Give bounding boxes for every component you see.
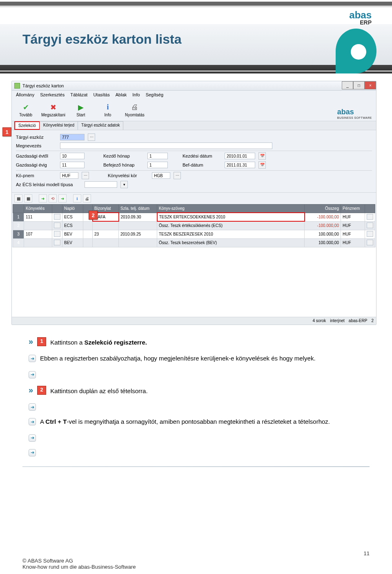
grid-body: 1111ECSÖAFA2010.09.30TESZK ERTEKCSOEKKEN… (13, 213, 375, 247)
arrow-bullet-icon: ➜ (29, 449, 36, 456)
input-gazd-evtol[interactable]: 10 (60, 153, 85, 159)
print-icon[interactable]: 🖨 (83, 194, 91, 202)
lookup-icon[interactable] (54, 222, 60, 228)
grid-tool-icon[interactable]: ▦ (14, 194, 22, 202)
grid-tool-icon[interactable]: ➜ (39, 194, 47, 202)
input-bef-honap[interactable]: 1 (147, 162, 168, 168)
input-ecs-modell[interactable] (85, 181, 117, 188)
main-toolbar: ✔ Tovább ✖ Megszakítani ▶ Start i Info 🖨… (12, 99, 376, 121)
cell: ECS (62, 221, 83, 230)
close-button[interactable]: × (365, 81, 376, 89)
cell: 100.000,00 (305, 230, 341, 238)
window-controls: _ □ × (342, 81, 376, 89)
col-lookup[interactable] (52, 205, 62, 213)
minimize-button[interactable]: _ (342, 81, 353, 89)
lookup-icon[interactable] (367, 214, 373, 220)
col-rownum[interactable] (13, 205, 24, 213)
chevron-icon: » (29, 337, 33, 345)
empty-bullet: ➜ (29, 369, 363, 378)
status-app: abas-ERP (349, 318, 368, 323)
menu-segitseg[interactable]: Segítség (146, 92, 163, 97)
lookup-icon[interactable] (54, 240, 60, 245)
input-kezdo-honap[interactable]: 1 (147, 153, 168, 159)
grid-tool-icon[interactable]: ▦ (24, 194, 32, 202)
toolbar-start[interactable]: ▶ Start (69, 103, 92, 117)
print-icon: 🖨 (130, 103, 139, 112)
col-konyveles[interactable]: Könyvelés (24, 205, 52, 213)
menu-utasitas[interactable]: Utasítás (93, 92, 109, 97)
lookup-icon[interactable] (367, 231, 373, 237)
menu-tablazat[interactable]: Táblázat (70, 92, 87, 97)
banner-white-gap: abas ERP (0, 7, 392, 24)
col-lookup[interactable] (365, 205, 375, 213)
window-titlebar[interactable]: Tárgyi eszköz karton _ □ × (12, 81, 376, 91)
lookup-icon[interactable] (367, 222, 373, 228)
col-datum[interactable]: Szla. telj. dátum (119, 205, 157, 213)
label-kezd-datum: Kezdési dátum (183, 154, 221, 158)
col-naplo[interactable]: Napló (62, 205, 83, 213)
lookup-icon[interactable]: ⋯ (88, 133, 95, 141)
table-row[interactable]: 4BEVÖssz. Teszk beszerzések (BEV)100.000… (13, 238, 375, 247)
input-megnevezes[interactable] (60, 142, 272, 149)
cell (365, 213, 375, 221)
cell: BEV (62, 230, 83, 238)
cell: BEV (62, 238, 83, 247)
grid-tool-icon[interactable]: ➜ (58, 194, 67, 202)
grid-tool-icon[interactable]: ⟲ (49, 194, 57, 202)
banner-bot-bar (0, 65, 392, 71)
label-gazd-evtol: Gazdasági évtől (16, 154, 57, 158)
table-row[interactable]: 1111ECSÖAFA2010.09.30TESZK ERTEKCSOEKKEN… (13, 213, 375, 221)
col-penz[interactable]: Pénznem (341, 205, 365, 213)
col-szoveg[interactable]: Könyv-szöveg (157, 205, 305, 213)
lookup-icon[interactable]: ⋯ (82, 172, 89, 179)
grid-empty-area (12, 247, 376, 317)
lookup-icon[interactable] (54, 231, 60, 237)
toolbar-info[interactable]: i Info (96, 103, 119, 117)
cell (365, 230, 375, 238)
tab-targyi-eszkoz-adatok[interactable]: Tárgyi eszköz adatok (78, 121, 124, 130)
menu-allomany[interactable]: Állomány (16, 92, 34, 97)
text: Kattintson a (50, 339, 84, 346)
input-gazd-evig[interactable]: 11 (60, 162, 85, 168)
toolbar-megszakitani[interactable]: ✖ Megszakítani (41, 103, 65, 117)
arrow-bullet-icon: ➜ (29, 355, 36, 362)
input-konyv-kor[interactable]: HGB (152, 172, 170, 179)
menu-szerkesztes[interactable]: Szerkesztés (40, 92, 65, 97)
dropdown-icon[interactable]: ▾ (120, 181, 128, 188)
info-icon[interactable]: i (73, 194, 81, 202)
lookup-icon[interactable] (367, 240, 373, 245)
toolbar-tovabb[interactable]: ✔ Tovább (14, 103, 37, 117)
input-targyi-eszkoz[interactable]: 777 (60, 134, 85, 140)
lookup-icon[interactable]: ⋯ (174, 172, 181, 179)
label-kezdo-honap: Kezdő hónap (103, 154, 144, 158)
input-kezd-datum[interactable]: 2010.01.01 (225, 153, 255, 159)
cell (24, 221, 52, 230)
callout-badge-2: 2 (37, 386, 46, 395)
logo-text: abas (349, 9, 372, 20)
label-megnevezes: Megnevezés (16, 143, 57, 148)
calendar-icon[interactable]: 📅 (258, 161, 266, 169)
callout-2: 2 (89, 211, 98, 220)
tab-konyvelesi-terjed[interactable]: Könyvelési terjed (40, 121, 78, 130)
footer-tag: Know-how rund um die abas-Business-Softw… (22, 564, 370, 570)
lookup-icon[interactable] (54, 214, 60, 220)
maximize-button[interactable]: □ (353, 81, 365, 89)
input-kopnem[interactable]: HUF (60, 172, 78, 179)
calendar-icon[interactable]: 📅 (258, 152, 266, 160)
menu-info[interactable]: Info (132, 92, 140, 97)
tab-szelekcio[interactable]: Szelekció (14, 121, 40, 130)
cell: HUF (341, 213, 365, 221)
tab-label: Tárgyi eszköz adatok (81, 123, 120, 127)
data-grid: Könyvelés Napló Bizonylat Szla. telj. dá… (13, 204, 375, 247)
menu-ablak[interactable]: Ablak (116, 92, 127, 97)
form-divider (16, 151, 372, 151)
cell: HUF (341, 221, 365, 230)
table-row[interactable]: 3107BEV232010.09.25TESZK BESZERZESEK 201… (13, 230, 375, 238)
cell: -100.000,00 (305, 221, 341, 230)
col-osszeg[interactable]: Összeg (305, 205, 341, 213)
banner-top-stripe (0, 2, 392, 6)
table-row[interactable]: 2ECSÖssz. Teszk értékcsökkenés (ECS)-100… (13, 221, 375, 230)
input-bef-datum[interactable]: 2011.01.31 (225, 162, 255, 168)
toolbar-label: Nyomtatás (125, 113, 145, 117)
toolbar-nyomtatas[interactable]: 🖨 Nyomtatás (123, 103, 146, 117)
